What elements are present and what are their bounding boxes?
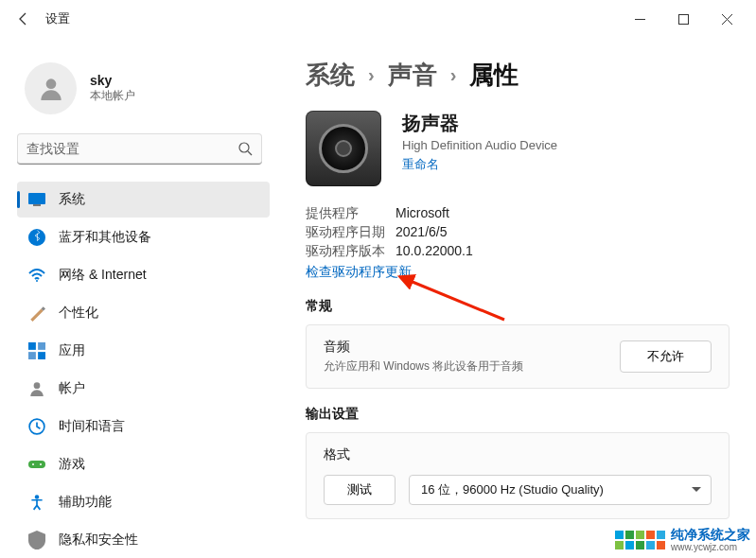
nav-item-personalization[interactable]: 个性化 bbox=[17, 295, 270, 331]
wifi-icon bbox=[28, 267, 45, 284]
nav-label: 系统 bbox=[59, 191, 85, 208]
time-icon bbox=[28, 418, 45, 435]
check-driver-update-link[interactable]: 检查驱动程序更新 bbox=[306, 264, 412, 279]
driver-version-value: 10.0.22000.1 bbox=[396, 243, 473, 260]
apps-icon bbox=[28, 342, 45, 359]
nav-label: 个性化 bbox=[59, 305, 98, 322]
watermark: 纯净系统之家 www.ycwjz.com bbox=[615, 527, 750, 552]
format-title: 格式 bbox=[324, 446, 712, 463]
user-name: sky bbox=[90, 73, 135, 88]
svg-point-2 bbox=[239, 143, 249, 152]
shield-icon bbox=[28, 532, 45, 549]
test-button[interactable]: 测试 bbox=[324, 475, 396, 505]
nav-item-system[interactable]: 系统 bbox=[17, 182, 270, 218]
svg-rect-3 bbox=[28, 193, 45, 204]
accessibility-icon bbox=[28, 494, 45, 511]
nav-item-time-language[interactable]: 时间和语言 bbox=[17, 409, 270, 445]
svg-rect-7 bbox=[28, 342, 36, 350]
nav-item-network[interactable]: 网络 & Internet bbox=[17, 257, 270, 293]
driver-version-label: 驱动程序版本 bbox=[306, 243, 396, 260]
search-icon bbox=[237, 141, 253, 156]
svg-point-6 bbox=[36, 280, 38, 282]
search-box[interactable] bbox=[17, 133, 262, 165]
svg-rect-4 bbox=[33, 204, 41, 206]
breadcrumb-sound[interactable]: 声音 bbox=[388, 59, 437, 92]
user-account-type: 本地帐户 bbox=[90, 88, 135, 104]
user-block[interactable]: sky 本地帐户 bbox=[17, 55, 270, 131]
window-minimize-button[interactable] bbox=[618, 4, 661, 34]
provider-label: 提供程序 bbox=[306, 205, 396, 222]
watermark-url: www.ycwjz.com bbox=[671, 542, 750, 552]
output-heading: 输出设置 bbox=[306, 406, 730, 423]
svg-point-11 bbox=[34, 382, 41, 389]
device-name: 扬声器 bbox=[402, 111, 557, 136]
watermark-text: 纯净系统之家 bbox=[671, 527, 750, 542]
svg-point-14 bbox=[32, 463, 34, 465]
nav-item-privacy[interactable]: 隐私和安全性 bbox=[17, 522, 270, 558]
breadcrumb-sep: › bbox=[450, 64, 457, 86]
driver-date-value: 2021/6/5 bbox=[396, 224, 448, 241]
svg-rect-0 bbox=[678, 14, 688, 24]
avatar bbox=[25, 62, 77, 114]
svg-point-16 bbox=[35, 495, 40, 499]
window-maximize-button[interactable] bbox=[661, 4, 705, 34]
format-card: 格式 测试 16 位，96000 Hz (Studio Quality) bbox=[306, 432, 730, 519]
breadcrumb-system[interactable]: 系统 bbox=[306, 59, 355, 92]
driver-date-label: 驱动程序日期 bbox=[306, 224, 396, 241]
system-icon bbox=[28, 191, 45, 208]
svg-rect-9 bbox=[28, 352, 36, 359]
svg-rect-13 bbox=[28, 461, 45, 468]
nav-label: 游戏 bbox=[59, 456, 85, 473]
bluetooth-icon bbox=[28, 229, 45, 246]
device-description: High Definition Audio Device bbox=[402, 138, 557, 152]
svg-point-1 bbox=[45, 78, 56, 89]
nav-item-accessibility[interactable]: 辅助功能 bbox=[17, 484, 270, 520]
window-title: 设置 bbox=[45, 10, 70, 27]
nav-label: 应用 bbox=[59, 342, 85, 359]
provider-value: Microsoft bbox=[396, 205, 449, 222]
disallow-button[interactable]: 不允许 bbox=[620, 340, 712, 373]
speaker-device-icon bbox=[306, 111, 381, 186]
svg-rect-10 bbox=[38, 352, 45, 359]
nav-label: 网络 & Internet bbox=[59, 267, 147, 284]
page-title: 属性 bbox=[469, 59, 519, 92]
search-input[interactable] bbox=[26, 141, 237, 156]
nav-label: 帐户 bbox=[59, 380, 85, 397]
rename-link[interactable]: 重命名 bbox=[402, 156, 439, 173]
nav-label: 辅助功能 bbox=[59, 494, 112, 511]
nav-label: 隐私和安全性 bbox=[59, 532, 138, 549]
nav-item-bluetooth[interactable]: 蓝牙和其他设备 bbox=[17, 219, 270, 255]
back-button[interactable] bbox=[8, 4, 38, 34]
svg-point-5 bbox=[28, 229, 45, 246]
window-close-button[interactable] bbox=[705, 4, 748, 34]
audio-subtitle: 允许应用和 Windows 将此设备用于音频 bbox=[324, 358, 620, 375]
svg-point-15 bbox=[40, 463, 42, 465]
audio-title: 音频 bbox=[324, 339, 620, 356]
breadcrumb: 系统 › 声音 › 属性 bbox=[306, 59, 730, 92]
format-select[interactable]: 16 位，96000 Hz (Studio Quality) bbox=[409, 475, 712, 505]
general-heading: 常规 bbox=[306, 298, 730, 315]
gaming-icon bbox=[28, 456, 45, 473]
audio-card: 音频 允许应用和 Windows 将此设备用于音频 不允许 bbox=[306, 324, 730, 389]
breadcrumb-sep: › bbox=[368, 64, 375, 86]
nav-item-gaming[interactable]: 游戏 bbox=[17, 446, 270, 482]
accounts-icon bbox=[28, 380, 45, 397]
personalize-icon bbox=[28, 305, 45, 322]
svg-rect-8 bbox=[38, 342, 45, 350]
nav-item-apps[interactable]: 应用 bbox=[17, 333, 270, 369]
nav-label: 时间和语言 bbox=[59, 418, 125, 435]
nav-item-accounts[interactable]: 帐户 bbox=[17, 371, 270, 407]
nav-label: 蓝牙和其他设备 bbox=[59, 229, 151, 246]
